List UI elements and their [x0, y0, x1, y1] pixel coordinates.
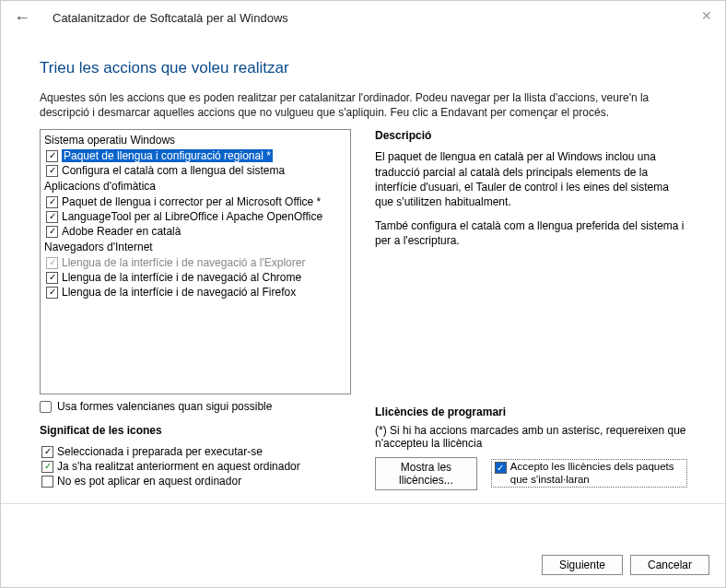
- action-item-languagetool[interactable]: LanguageTool per al LibreOffice i Apache…: [44, 209, 346, 224]
- checkbox-icon[interactable]: [495, 462, 507, 474]
- checkbox-icon: [41, 461, 53, 473]
- show-licenses-button[interactable]: Mostra les llicències...: [375, 457, 477, 490]
- checkbox-icon[interactable]: [46, 272, 58, 284]
- licenses-title: Llicències de programari: [375, 406, 686, 418]
- legend-item-done: Ja s'ha realitzat anteriorment en aquest…: [57, 460, 300, 473]
- back-button[interactable]: ←: [14, 8, 30, 28]
- checkbox-icon[interactable]: [46, 196, 58, 208]
- next-button[interactable]: Siguiente: [542, 555, 623, 575]
- valencian-forms-checkbox[interactable]: Usa formes valencianes quan sigui possib…: [40, 400, 351, 413]
- valencian-label: Usa formes valencianes quan sigui possib…: [57, 400, 272, 413]
- checkbox-icon[interactable]: [46, 165, 58, 177]
- legend-box: Seleccionada i preparada per executar-se…: [40, 442, 351, 490]
- legend-item-na: No es pot aplicar en aquest ordinador: [57, 475, 241, 488]
- description-text: El paquet de llengua en català per al Wi…: [375, 149, 686, 248]
- window-title: Catalanitzador de Softcatalà per al Wind…: [53, 11, 288, 25]
- accept-licenses-checkbox[interactable]: Accepto les llicències dels paquets que …: [492, 460, 686, 486]
- legend-title: Significat de les icones: [40, 424, 351, 437]
- checkbox-icon[interactable]: [46, 150, 58, 162]
- checkbox-icon: [41, 446, 53, 458]
- actions-list[interactable]: Sistema operatiu Windows Paquet de lleng…: [40, 129, 351, 394]
- checkbox-icon: [46, 257, 58, 269]
- checkbox-icon: [41, 476, 53, 488]
- action-item-adobe-reader[interactable]: Adobe Reader en català: [44, 224, 346, 239]
- close-icon[interactable]: ✕: [701, 8, 712, 23]
- group-office-label: Aplicacions d'ofimàtica: [44, 178, 346, 194]
- checkbox-icon[interactable]: [46, 211, 58, 223]
- page-heading: Trieu les accions que voleu realitzar: [40, 59, 686, 77]
- intro-text: Aquestes són les accions que es poden re…: [40, 90, 686, 120]
- action-item-chrome[interactable]: Llengua de la interfície i de navegació …: [44, 270, 346, 285]
- action-item-explorer: Llengua de la interfície i de navegació …: [44, 255, 346, 270]
- licenses-note: (*) Si hi ha accions marcades amb un ast…: [375, 424, 686, 450]
- action-item-msoffice[interactable]: Paquet de llengua i corrector per al Mic…: [44, 194, 346, 209]
- checkbox-icon[interactable]: [40, 401, 52, 413]
- checkbox-icon[interactable]: [46, 226, 58, 238]
- separator: [1, 503, 725, 504]
- checkbox-icon[interactable]: [46, 287, 58, 299]
- action-item-firefox[interactable]: Llengua de la interfície i de navegació …: [44, 285, 346, 300]
- action-item-lang-pack[interactable]: Paquet de llengua i configuració regiona…: [44, 148, 346, 163]
- action-item-config-catalan[interactable]: Configura el català com a llengua del si…: [44, 163, 346, 178]
- cancel-button[interactable]: Cancelar: [630, 555, 709, 575]
- group-browsers-label: Navegadors d'Internet: [44, 239, 346, 255]
- group-os-label: Sistema operatiu Windows: [44, 132, 346, 148]
- description-title: Descripció: [375, 129, 686, 142]
- legend-item-ready: Seleccionada i preparada per executar-se: [57, 445, 263, 458]
